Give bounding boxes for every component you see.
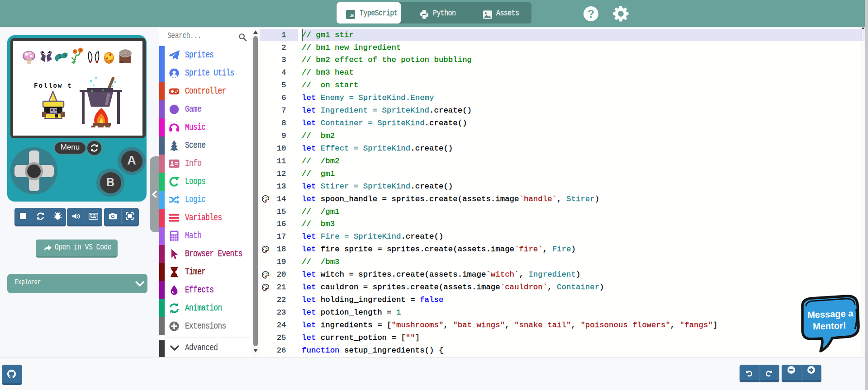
svg-text:Message a: Message a	[807, 308, 854, 320]
svg-text:Follow t: Follow t	[34, 82, 72, 89]
svg-text:Mentor!: Mentor!	[813, 320, 846, 332]
